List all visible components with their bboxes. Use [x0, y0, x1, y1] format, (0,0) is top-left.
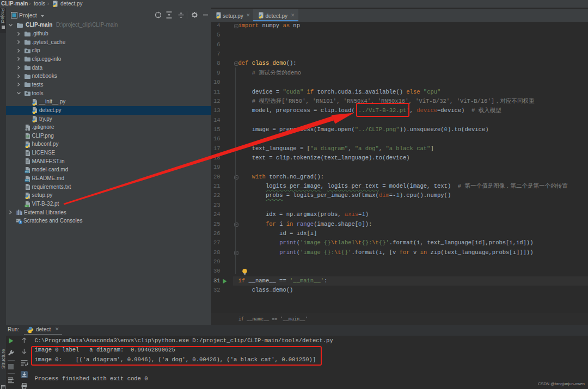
svg-text:MD: MD: [25, 170, 29, 173]
svg-text:MD: MD: [25, 179, 29, 182]
